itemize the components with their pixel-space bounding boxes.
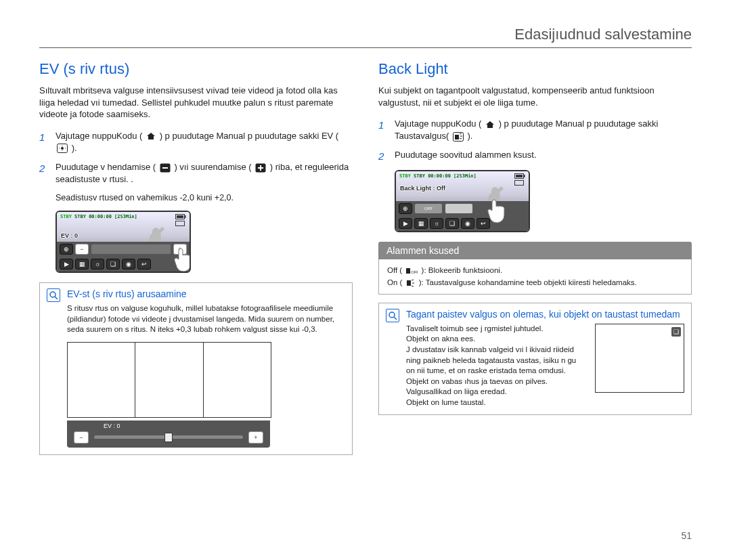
step-text: ). (467, 131, 472, 141)
home-icon (146, 132, 156, 140)
header-rule (39, 47, 692, 48)
lcd-status: STBY STBY 00:00:00 [253Min] (399, 173, 477, 179)
backlight-lcd-figure: STBY STBY 00:00:00 [253Min] Back Light :… (395, 170, 692, 232)
on-option-button[interactable] (445, 203, 473, 214)
lcd-top: STBY STBY 00:00:00 [253Min] Back Light :… (396, 171, 529, 201)
columns: EV (s riv rtus) Sıltuvalt mbritseva valg… (39, 60, 692, 463)
svg-rect-8 (185, 215, 186, 218)
option-on-label: On ( (387, 278, 402, 286)
mode-btn-icon: ▦ (414, 218, 428, 229)
step-number: 1 (39, 130, 49, 154)
svg-rect-9 (177, 215, 183, 218)
submenu-options: Alammen ksused Off ( OFF ): Blokeerib fu… (378, 242, 692, 295)
svg-point-1 (61, 147, 64, 150)
card-icon (175, 221, 186, 226)
svg-rect-16 (524, 175, 525, 177)
backlight-info-title: Tagant paistev valgus on olemas, kui obj… (406, 309, 684, 320)
svg-rect-14 (455, 135, 459, 139)
lcd: STBY STBY 00:00:00 [253Min] EV : 0 ⊕ (56, 211, 191, 273)
lcd-right-icons (175, 214, 186, 226)
backlight-step-2: 2 Puudutage soovitud alammen ksust. (378, 149, 692, 163)
backlight-info-text: Tavaliselt toimub see j rgmistel juhtude… (406, 324, 585, 408)
focus-btn-icon: ◉ (122, 259, 135, 270)
mode-btn-icon: ▦ (75, 259, 89, 270)
zoom-btn-icon: ⊕ (60, 244, 73, 255)
touch-hand-icon (485, 198, 508, 225)
off-option-button[interactable]: OFF (414, 203, 443, 214)
lcd-status-text: STBY 00:00:00 [253Min] (414, 173, 477, 179)
ev-lcd-figure: STBY STBY 00:00:00 [253Min] EV : 0 ⊕ (56, 211, 353, 273)
plus-button[interactable]: + (248, 431, 263, 444)
ev-strip: EV : 0 − + (67, 421, 270, 448)
minus-btn-icon (160, 163, 171, 173)
step-number: 1 (378, 118, 388, 142)
ev-range-note: Seadistusv rtused on vahemikus -2,0 kuni… (56, 192, 353, 204)
bl-btn-icon: ❏ (106, 259, 120, 270)
zoom-btn-icon: ⊕ (399, 203, 412, 214)
ev-strip-label: EV : 0 (104, 422, 267, 430)
lcd-right-icons (514, 173, 525, 186)
backlight-info-body: Tavaliselt toimub see j rgmistel juhtude… (406, 324, 684, 408)
option-off-label: Off ( (387, 266, 402, 274)
ev-info-block: EV-st (s riv rtus) arusaamine S ritusv r… (39, 282, 353, 455)
backlight-icon (453, 132, 464, 142)
ev-info-illustration: EV : 0 − + (67, 342, 345, 448)
minus-button[interactable]: − (75, 244, 89, 255)
backlight-info-block: Tagant paistev valgus on olemas, kui obj… (378, 303, 692, 415)
backlight-overlay: Back Light : Off (400, 185, 445, 192)
option-off-row: Off ( OFF ): Blokeerib funktsiooni. (387, 265, 683, 276)
minus-button[interactable]: − (74, 431, 89, 444)
page-number: 51 (681, 530, 692, 541)
ev-triptych (67, 342, 271, 418)
backlight-steps: 1 Vajutage nuppuKodu ( ) p puudutage Man… (378, 118, 692, 163)
page: Edasijıudnud salvestamine EV (s riv rtus… (0, 0, 731, 560)
backlight-example-image: ❏ (595, 324, 684, 393)
ev-info-body: S ritusv rtus on valguse koguhulk, mille… (67, 303, 345, 335)
play-icon: ▶ (399, 218, 412, 229)
svg-rect-19 (406, 268, 410, 274)
backlight-step-1: 1 Vajutage nuppuKodu ( ) p puudutage Man… (378, 118, 692, 142)
back-btn-icon: ↩ (137, 259, 151, 270)
ev-step-1: 1 Vajutage nuppuKodu ( ) p puudutage Man… (39, 130, 353, 154)
option-on-row: On ( ): Taustavalguse kohandamine teeb o… (387, 277, 683, 288)
focus-btn-icon: ◉ (461, 218, 474, 229)
page-header-title: Edasijıudnud salvestamine (39, 26, 692, 43)
home-icon (485, 121, 495, 129)
step-body: Puudutage soovitud alammen ksust. (395, 149, 692, 163)
svg-line-12 (55, 297, 58, 299)
ev-slider[interactable] (94, 435, 243, 439)
off-option-label: OFF (424, 207, 433, 211)
ev-sun-icon (57, 144, 68, 153)
backlight-off-icon: OFF (405, 267, 418, 275)
section-title-ev: EV (s riv rtus) (39, 60, 353, 78)
ev-slider[interactable] (91, 244, 171, 255)
ev-slider-handle[interactable] (164, 433, 173, 442)
step-text: ). (72, 143, 77, 153)
svg-rect-21 (407, 280, 411, 286)
ev-btn-icon: ☼ (91, 259, 104, 270)
magnify-icon (47, 288, 60, 302)
ev-info-title: EV-st (s riv rtus) arusaamine (67, 288, 345, 299)
lcd-bottom: ⊕ OFF ▶ ▦ ☼ ❏ ◉ ↩ (396, 201, 529, 231)
step-text: Vajutage nuppuKodu ( (56, 131, 142, 141)
card-icon (514, 180, 525, 186)
step-text: ) p puudutage Manual p puudutage sakki E… (160, 131, 339, 141)
step-text: Puudutage v hendamise ( (56, 162, 156, 172)
lcd: STBY STBY 00:00:00 [253Min] Back Light :… (395, 170, 530, 232)
svg-rect-6 (260, 165, 261, 171)
bl-btn-icon: ❏ (445, 218, 459, 229)
step-body: Puudutage v hendamise ( ) vıi suurendami… (56, 161, 353, 186)
silhouette-icon (142, 221, 169, 242)
left-column: EV (s riv rtus) Sıltuvalt mbritseva valg… (39, 60, 353, 463)
ev-btn-icon: ☼ (430, 218, 443, 229)
play-icon: ▶ (60, 259, 73, 270)
ev-step-2: 2 Puudutage v hendamise ( ) vıi suurenda… (39, 161, 353, 186)
lcd-status: STBY STBY 00:00:00 [253Min] (60, 214, 137, 219)
svg-point-11 (50, 292, 56, 297)
step-text: Vajutage nuppuKodu ( (395, 119, 481, 129)
ev-steps: 1 Vajutage nuppuKodu ( ) p puudutage Man… (39, 130, 353, 186)
step-body: Vajutage nuppuKodu ( ) p puudutage Manua… (56, 130, 353, 154)
backlight-on-icon (406, 279, 416, 287)
svg-point-22 (389, 312, 395, 318)
ev-intro: Sıltuvalt mbritseva valguse intensiivsus… (39, 85, 353, 121)
